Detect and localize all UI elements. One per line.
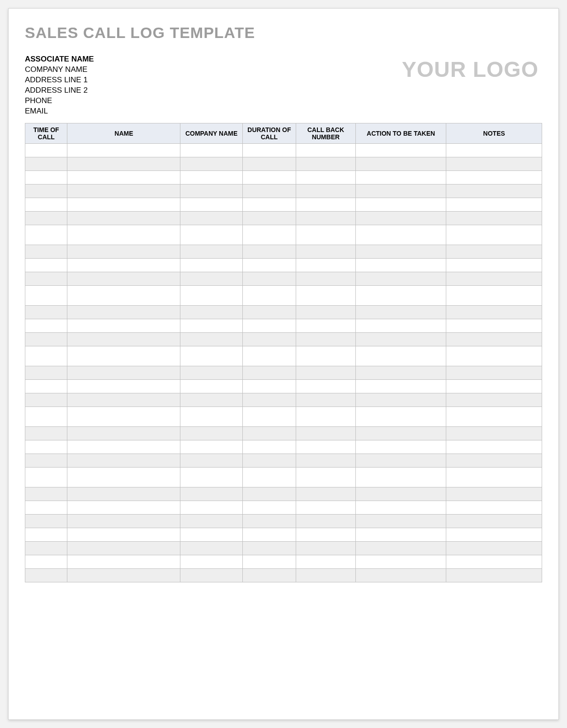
table-cell[interactable] — [296, 346, 355, 366]
table-cell[interactable] — [296, 467, 355, 487]
table-cell[interactable] — [446, 454, 542, 467]
table-cell[interactable] — [355, 170, 446, 184]
table-cell[interactable] — [296, 184, 355, 198]
table-cell[interactable] — [180, 487, 242, 501]
table-cell[interactable] — [67, 332, 180, 346]
table-cell[interactable] — [242, 305, 296, 319]
table-cell[interactable] — [180, 305, 242, 319]
table-cell[interactable] — [446, 514, 542, 528]
table-cell[interactable] — [242, 319, 296, 332]
table-cell[interactable] — [180, 170, 242, 184]
table-cell[interactable] — [180, 272, 242, 285]
table-cell[interactable] — [25, 346, 67, 366]
table-cell[interactable] — [25, 258, 67, 272]
table-cell[interactable] — [25, 319, 67, 332]
table-cell[interactable] — [67, 170, 180, 184]
table-cell[interactable] — [355, 157, 446, 170]
table-cell[interactable] — [446, 170, 542, 184]
table-cell[interactable] — [67, 184, 180, 198]
table-cell[interactable] — [446, 272, 542, 285]
table-cell[interactable] — [242, 211, 296, 225]
table-cell[interactable] — [296, 514, 355, 528]
table-cell[interactable] — [355, 407, 446, 426]
table-cell[interactable] — [446, 440, 542, 454]
table-cell[interactable] — [180, 245, 242, 258]
table-cell[interactable] — [355, 426, 446, 440]
table-cell[interactable] — [25, 332, 67, 346]
table-cell[interactable] — [355, 514, 446, 528]
table-cell[interactable] — [67, 225, 180, 245]
table-cell[interactable] — [25, 198, 67, 211]
table-cell[interactable] — [296, 487, 355, 501]
table-cell[interactable] — [180, 568, 242, 582]
table-cell[interactable] — [446, 258, 542, 272]
table-cell[interactable] — [446, 211, 542, 225]
table-cell[interactable] — [25, 501, 67, 514]
table-cell[interactable] — [296, 143, 355, 157]
table-cell[interactable] — [67, 346, 180, 366]
table-cell[interactable] — [67, 379, 180, 393]
table-cell[interactable] — [25, 541, 67, 555]
table-cell[interactable] — [67, 454, 180, 467]
table-cell[interactable] — [180, 426, 242, 440]
table-cell[interactable] — [67, 568, 180, 582]
table-cell[interactable] — [355, 332, 446, 346]
table-cell[interactable] — [446, 487, 542, 501]
table-cell[interactable] — [180, 454, 242, 467]
table-cell[interactable] — [296, 258, 355, 272]
table-cell[interactable] — [355, 184, 446, 198]
table-cell[interactable] — [25, 568, 67, 582]
table-cell[interactable] — [446, 541, 542, 555]
table-cell[interactable] — [67, 366, 180, 379]
table-cell[interactable] — [25, 305, 67, 319]
table-cell[interactable] — [355, 366, 446, 379]
table-cell[interactable] — [296, 393, 355, 407]
table-cell[interactable] — [67, 467, 180, 487]
table-cell[interactable] — [242, 225, 296, 245]
table-cell[interactable] — [355, 393, 446, 407]
table-cell[interactable] — [67, 143, 180, 157]
table-cell[interactable] — [446, 305, 542, 319]
table-cell[interactable] — [242, 366, 296, 379]
table-cell[interactable] — [25, 143, 67, 157]
table-cell[interactable] — [67, 258, 180, 272]
table-cell[interactable] — [296, 285, 355, 305]
table-cell[interactable] — [242, 184, 296, 198]
table-cell[interactable] — [355, 211, 446, 225]
table-cell[interactable] — [296, 157, 355, 170]
table-cell[interactable] — [296, 211, 355, 225]
table-cell[interactable] — [296, 426, 355, 440]
table-cell[interactable] — [242, 487, 296, 501]
table-cell[interactable] — [296, 440, 355, 454]
table-cell[interactable] — [242, 440, 296, 454]
table-cell[interactable] — [25, 514, 67, 528]
table-cell[interactable] — [67, 541, 180, 555]
table-cell[interactable] — [242, 285, 296, 305]
table-cell[interactable] — [296, 568, 355, 582]
table-cell[interactable] — [180, 184, 242, 198]
table-cell[interactable] — [446, 285, 542, 305]
table-cell[interactable] — [25, 407, 67, 426]
table-cell[interactable] — [25, 426, 67, 440]
table-cell[interactable] — [355, 454, 446, 467]
table-cell[interactable] — [296, 225, 355, 245]
table-cell[interactable] — [355, 501, 446, 514]
table-cell[interactable] — [446, 157, 542, 170]
table-cell[interactable] — [180, 528, 242, 541]
table-cell[interactable] — [25, 379, 67, 393]
table-cell[interactable] — [296, 319, 355, 332]
table-cell[interactable] — [242, 393, 296, 407]
table-cell[interactable] — [180, 467, 242, 487]
table-cell[interactable] — [180, 501, 242, 514]
table-cell[interactable] — [296, 332, 355, 346]
table-cell[interactable] — [180, 346, 242, 366]
table-cell[interactable] — [242, 467, 296, 487]
table-cell[interactable] — [67, 157, 180, 170]
table-cell[interactable] — [180, 211, 242, 225]
table-cell[interactable] — [25, 467, 67, 487]
table-cell[interactable] — [296, 454, 355, 467]
table-cell[interactable] — [355, 346, 446, 366]
table-cell[interactable] — [25, 211, 67, 225]
table-cell[interactable] — [67, 198, 180, 211]
table-cell[interactable] — [296, 528, 355, 541]
